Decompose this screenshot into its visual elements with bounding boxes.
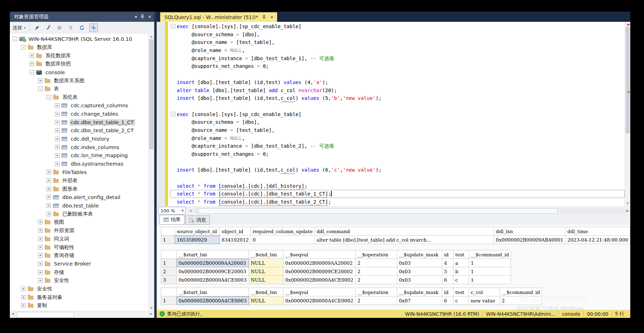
scrollbar-thumb[interactable] — [626, 27, 630, 133]
code-line[interactable]: @role_name = NULL, — [170, 46, 625, 55]
collapse-icon[interactable]: - — [46, 95, 51, 100]
tree-item[interactable]: +查询存储 — [10, 251, 148, 260]
collapse-icon[interactable]: - — [21, 45, 26, 50]
scrollbar-thumb[interactable] — [198, 208, 558, 214]
code-line[interactable]: @capture_instance = [dbo_test_table_1], … — [170, 55, 625, 63]
code-line[interactable]: @supports_net_changes = 0; — [170, 150, 625, 158]
tree-item[interactable]: +dbo.alert_config_detail — [10, 193, 148, 201]
expand-icon[interactable]: + — [46, 187, 51, 191]
grid-cell[interactable]: 1 — [469, 267, 511, 276]
grid-cell[interactable]: 0x0000002B0000A4CE0002 — [283, 276, 356, 284]
expand-icon[interactable]: + — [46, 203, 51, 208]
close-icon[interactable]: ✕ — [270, 15, 274, 20]
grid-row-header[interactable]: 2 — [161, 267, 177, 276]
results-grid[interactable]: __$start_lsn__$end_lsn__$seqval__$operat… — [161, 288, 542, 305]
tree-item[interactable]: +FileTables — [10, 168, 148, 177]
grid-column-header[interactable]: __$command_id — [500, 288, 542, 296]
code-line[interactable]: insert [dbo].[test_table] (id,test,c_col… — [170, 94, 625, 102]
tree-item[interactable]: +安全性 — [10, 285, 148, 293]
grid-cell[interactable]: 5 — [442, 267, 454, 276]
results-grid[interactable]: __$start_lsn__$end_lsn__$seqval__$operat… — [161, 250, 511, 284]
disconnect-plug-icon[interactable] — [44, 24, 52, 32]
grid-cell[interactable]: 0x0000002B00009AB40001 — [494, 236, 565, 244]
expand-icon[interactable]: + — [30, 62, 34, 66]
grid-column-header[interactable]: ddl_lsn — [494, 227, 565, 236]
grid-cell[interactable]: 2 — [356, 267, 397, 276]
fold-collapse-icon[interactable]: - — [171, 112, 175, 116]
collapse-icon[interactable]: - — [13, 37, 17, 41]
grid-cell[interactable]: 0x0000002B0000A4CE0003 — [177, 276, 249, 284]
expand-icon[interactable]: + — [21, 303, 26, 308]
grid-cell[interactable]: 1 — [469, 259, 511, 267]
grid-cell[interactable]: 2 — [500, 296, 542, 305]
editor-vertical-scrollbar[interactable]: ▲ ▼ — [625, 22, 630, 206]
tree-item[interactable]: +同义词 — [10, 235, 148, 243]
expand-icon[interactable]: + — [38, 245, 43, 250]
expand-icon[interactable]: + — [38, 220, 43, 224]
grid-cell[interactable]: c — [454, 276, 469, 284]
scroll-up-icon[interactable]: ▲ — [149, 35, 154, 38]
expand-icon[interactable]: + — [30, 53, 34, 58]
grid-column-header[interactable] — [161, 288, 177, 296]
collapse-icon[interactable]: - — [30, 70, 34, 75]
code-line[interactable]: select * from [console].[cdc].[dbo_test_… — [170, 198, 625, 206]
code-line[interactable]: -exec [console].[sys].[sp_cdc_enable_tab… — [170, 110, 625, 119]
expand-icon[interactable]: + — [46, 195, 51, 199]
expand-icon[interactable]: + — [55, 120, 60, 124]
tree-item[interactable]: -WIN-N44KSNC79HR (SQL Server 16.0.10 — [10, 35, 148, 43]
tree-item[interactable]: +图形表 — [10, 185, 148, 193]
code-editor[interactable]: -exec [console].[sys].[sp_cdc_enable_tab… — [157, 22, 630, 206]
grid-column-header[interactable]: c_col — [469, 288, 500, 296]
fold-collapse-icon[interactable]: - — [171, 24, 175, 28]
code-line[interactable]: @role_name = NULL, — [170, 134, 625, 142]
grid-cell[interactable]: 0x03 — [397, 259, 442, 267]
scroll-down-icon[interactable]: ▼ — [149, 307, 154, 310]
stop-icon[interactable] — [56, 24, 63, 32]
grid-column-header[interactable]: __$start_lsn — [177, 288, 249, 296]
tree-item[interactable]: +服务器对象 — [10, 293, 148, 301]
grid-column-header[interactable] — [161, 250, 177, 259]
grid-column-header[interactable]: __$start_lsn — [177, 250, 249, 259]
expand-icon[interactable]: + — [46, 170, 51, 174]
tree-item[interactable]: +数据库关系图 — [10, 76, 148, 85]
scroll-right-icon[interactable]: ▶ — [150, 312, 152, 315]
grid-row-header[interactable]: 1 — [161, 236, 175, 244]
grid-column-header[interactable]: __$end_lsn — [249, 288, 283, 296]
tree-item[interactable]: +外部表 — [10, 177, 148, 185]
grid-cell[interactable]: b — [454, 267, 469, 276]
tree-item[interactable]: +数据库快照 — [10, 60, 148, 68]
grid-cell[interactable]: 6 — [442, 276, 454, 284]
grid-cell[interactable]: 0x0000002B00009CE20002 — [283, 267, 356, 276]
tree-item[interactable]: +系统数据库 — [10, 51, 148, 60]
code-line[interactable] — [170, 70, 625, 78]
tree-item[interactable]: +cdc.change_tables — [10, 110, 148, 118]
grid-cell[interactable]: alter table [dbo].[test_table] add c_col… — [314, 236, 494, 244]
grid-column-header[interactable]: ddl_command — [314, 227, 494, 236]
grid-cell[interactable]: 0x0000002B00009AA20003 — [177, 259, 249, 267]
window-position-chevron-icon[interactable]: ▾ — [135, 14, 137, 19]
tree-item[interactable]: +cdc.index_columns — [10, 143, 148, 152]
tree-item[interactable]: +外部资源 — [10, 226, 148, 235]
grid-cell[interactable]: NULL — [249, 267, 283, 276]
scroll-left-icon[interactable]: ◀ — [12, 312, 14, 315]
object-explorer-titlebar[interactable]: 对象资源管理器 ▾ ✕ — [10, 12, 154, 22]
tree-item[interactable]: +安全性 — [10, 276, 148, 285]
grid-column-header[interactable] — [161, 227, 175, 236]
scrollbar-thumb[interactable] — [149, 39, 154, 149]
expand-icon[interactable]: + — [38, 262, 43, 266]
grid-cell[interactable]: 2 — [356, 259, 397, 267]
grid-column-header[interactable]: __$seqval — [283, 250, 356, 259]
grid-column-header[interactable]: __$seqval — [283, 288, 356, 296]
code-line[interactable]: @source_name = [test_table], — [170, 126, 625, 134]
code-line[interactable]: @supports_net_changes = 0; — [170, 62, 625, 70]
expand-icon[interactable]: + — [38, 253, 43, 258]
tree-item[interactable]: +cdc.captured_columns — [10, 102, 148, 110]
code-line[interactable] — [170, 102, 625, 110]
grid-cell[interactable]: a — [454, 259, 469, 267]
scroll-right-icon[interactable]: ▶ — [626, 209, 629, 212]
grid-cell[interactable]: c — [454, 296, 469, 305]
code-line[interactable]: insert [dbo].[test_table] (id,test,c_col… — [170, 166, 625, 174]
expand-icon[interactable]: + — [38, 228, 43, 233]
expand-icon[interactable]: + — [55, 128, 60, 133]
grid-cell[interactable]: NULL — [249, 296, 283, 305]
